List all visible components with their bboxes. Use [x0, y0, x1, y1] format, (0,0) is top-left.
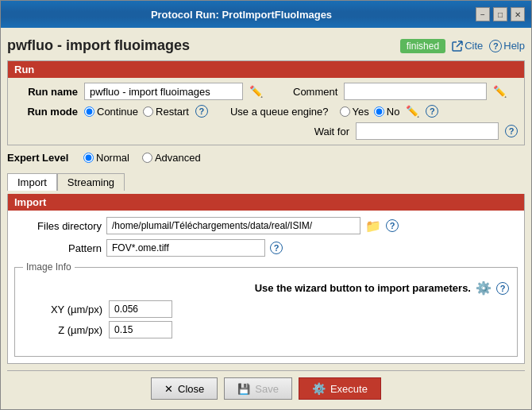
window-close-button[interactable]: ✕: [511, 7, 525, 21]
execute-gear-icon: ⚙️: [312, 382, 326, 395]
pattern-label: Pattern: [14, 242, 102, 254]
tab-streaming[interactable]: Streaming: [57, 173, 125, 191]
status-badge: finished: [400, 39, 445, 53]
execute-button[interactable]: ⚙️ Execute: [299, 377, 381, 400]
close-button[interactable]: ✕ Close: [151, 377, 218, 400]
yes-radio-label[interactable]: Yes: [340, 106, 369, 118]
wait-for-help-icon[interactable]: ?: [505, 125, 518, 137]
xy-label: XY (µm/px): [23, 304, 102, 315]
tab-bar: Import Streaming: [7, 173, 525, 191]
wizard-help-icon[interactable]: ?: [496, 282, 509, 295]
run-name-edit-icon[interactable]: ✏️: [249, 85, 263, 98]
queue-help-icon[interactable]: ?: [426, 105, 438, 118]
run-form: Run name ✏️ Comment ✏️ Run mode Continue: [8, 78, 524, 145]
queue-label: Use a queue engine?: [230, 106, 329, 118]
advanced-radio-label[interactable]: Advanced: [142, 152, 201, 164]
run-section: Run Run name ✏️ Comment ✏️ Run mode: [7, 60, 525, 145]
image-info-fieldset: Image Info Use the wizard button to impo…: [14, 261, 518, 357]
z-input[interactable]: [109, 321, 172, 338]
title-bar-controls: − □ ✕: [476, 7, 525, 21]
help-link[interactable]: ? Help: [489, 40, 525, 52]
import-panel-header: Import: [8, 194, 524, 211]
pattern-help-icon[interactable]: ?: [270, 242, 283, 254]
wizard-row: Use the wizard button to import paramete…: [23, 277, 509, 299]
run-mode-help-icon[interactable]: ?: [195, 105, 208, 118]
no-radio[interactable]: [374, 106, 384, 117]
cite-link[interactable]: Cite: [452, 40, 483, 52]
no-radio-label[interactable]: No: [374, 106, 400, 118]
save-button[interactable]: 💾 Save: [224, 377, 292, 400]
xy-row: XY (µm/px): [23, 299, 509, 319]
run-mode-row: Run mode Continue Restart ? Use a queue …: [14, 105, 518, 118]
main-content: pwfluo - import fluoimages finished Cite…: [1, 28, 531, 409]
pattern-input[interactable]: [106, 239, 265, 257]
restart-radio-label[interactable]: Restart: [143, 106, 189, 118]
wizard-text: Use the wizard button to import paramete…: [255, 282, 471, 294]
main-window: Protocol Run: ProtImportFluoImages − □ ✕…: [0, 0, 532, 410]
queue-radio-group: Yes No: [340, 106, 400, 118]
normal-radio-label[interactable]: Normal: [83, 152, 129, 164]
image-info-legend: Image Info: [23, 261, 75, 273]
run-name-label: Run name: [14, 86, 78, 98]
files-dir-label: Files directory: [14, 220, 102, 232]
continue-radio[interactable]: [84, 106, 94, 117]
continue-radio-label[interactable]: Continue: [84, 106, 138, 118]
run-name-input[interactable]: [84, 83, 243, 100]
yes-radio[interactable]: [340, 106, 350, 117]
import-body: Files directory 📁 ? Pattern ? Image Info: [8, 211, 524, 363]
wait-for-input[interactable]: [356, 122, 499, 140]
save-icon: 💾: [237, 383, 250, 395]
z-label: Z (µm/px): [23, 324, 102, 336]
bottom-bar: ✕ Close 💾 Save ⚙️ Execute: [7, 370, 525, 403]
run-name-row: Run name ✏️ Comment ✏️: [14, 83, 518, 100]
help-icon-circle: ?: [489, 40, 502, 52]
minimize-button[interactable]: −: [476, 7, 490, 21]
app-header: pwfluo - import fluoimages finished Cite…: [7, 34, 525, 57]
comment-edit-icon[interactable]: ✏️: [493, 85, 507, 98]
tab-import[interactable]: Import: [7, 173, 57, 191]
xy-input[interactable]: [109, 300, 172, 318]
wait-for-label: Wait for: [314, 126, 349, 137]
z-row: Z (µm/px): [23, 319, 509, 340]
window-title: Protocol Run: ProtImportFluoImages: [7, 9, 476, 21]
restart-radio[interactable]: [143, 106, 153, 117]
comment-input[interactable]: [344, 83, 487, 100]
files-dir-help-icon[interactable]: ?: [386, 219, 399, 232]
run-mode-label: Run mode: [14, 106, 78, 118]
normal-radio[interactable]: [83, 153, 94, 163]
pattern-row: Pattern ?: [14, 239, 518, 257]
advanced-radio[interactable]: [142, 153, 152, 163]
expert-level-label: Expert Level: [7, 152, 71, 164]
close-icon: ✕: [164, 383, 173, 395]
expert-level-row: Expert Level Normal Advanced: [7, 149, 525, 167]
header-actions: finished Cite ? Help: [400, 39, 525, 53]
import-panel: Import Files directory 📁 ? Pattern ?: [7, 194, 525, 364]
run-section-header: Run: [8, 61, 524, 78]
files-dir-row: Files directory 📁 ?: [14, 217, 518, 234]
app-title: pwfluo - import fluoimages: [7, 37, 190, 54]
wizard-icon[interactable]: ⚙️: [476, 280, 492, 296]
maximize-button[interactable]: □: [493, 7, 507, 21]
queue-edit-icon[interactable]: ✏️: [406, 105, 419, 118]
files-dir-input[interactable]: [106, 217, 360, 234]
folder-icon[interactable]: 📁: [365, 219, 381, 234]
wait-for-row: Wait for ?: [14, 122, 518, 140]
title-bar: Protocol Run: ProtImportFluoImages − □ ✕: [1, 1, 531, 28]
comment-label: Comment: [293, 86, 337, 98]
link-icon: [452, 41, 463, 52]
run-mode-radio-group: Continue Restart: [84, 106, 189, 118]
